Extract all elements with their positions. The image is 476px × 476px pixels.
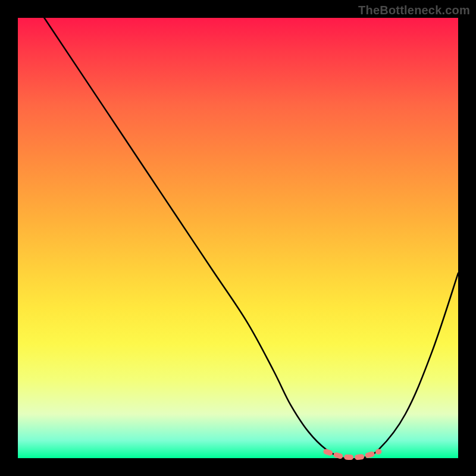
optimal-range-marker-path bbox=[326, 452, 379, 458]
plot-area bbox=[18, 18, 458, 458]
chart-frame: TheBottleneck.com bbox=[0, 0, 476, 476]
watermark-text: TheBottleneck.com bbox=[358, 4, 470, 17]
curve-svg bbox=[18, 18, 458, 458]
bottleneck-curve-path bbox=[44, 18, 458, 459]
